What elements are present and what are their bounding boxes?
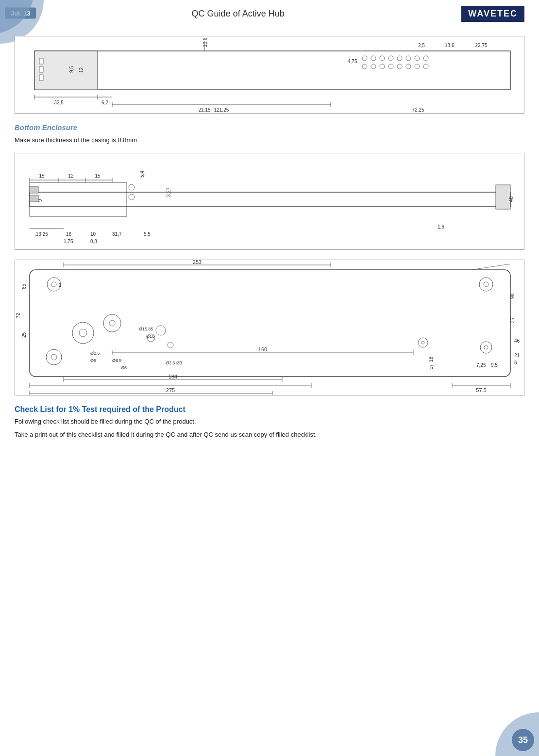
svg-point-12 <box>415 56 420 61</box>
svg-text:Ø6: Ø6 <box>121 365 127 370</box>
svg-point-86 <box>156 326 166 335</box>
svg-point-20 <box>415 64 420 69</box>
svg-text:21: 21 <box>514 353 520 358</box>
svg-point-87 <box>168 342 173 348</box>
top-drawing: 32,5 6,2 10,6 121,25 21,15 22,75 72,25 9… <box>15 36 524 114</box>
svg-point-84 <box>109 320 115 326</box>
svg-point-78 <box>51 354 57 360</box>
svg-point-14 <box>362 64 367 69</box>
svg-text:15: 15 <box>95 173 101 179</box>
checklist-line1: Following check list should be filled du… <box>15 417 524 427</box>
date-badge: Jul. 13 <box>5 7 36 18</box>
svg-text:121,25: 121,25 <box>214 107 229 113</box>
svg-text:98: 98 <box>510 293 515 299</box>
svg-text:253: 253 <box>193 260 202 265</box>
svg-point-8 <box>380 56 385 61</box>
page-title: QC Guide of Active Hub <box>15 9 461 19</box>
svg-text:15: 15 <box>39 173 45 179</box>
svg-text:25: 25 <box>21 332 27 338</box>
svg-text:2,5: 2,5 <box>418 43 425 48</box>
svg-rect-1 <box>34 51 510 90</box>
svg-text:275: 275 <box>166 387 175 393</box>
svg-text:18: 18 <box>428 356 434 362</box>
svg-text:21,15: 21,15 <box>198 107 210 113</box>
svg-text:40: 40 <box>508 196 514 202</box>
svg-text:35: 35 <box>510 317 515 323</box>
svg-text:1,6: 1,6 <box>438 224 444 230</box>
svg-text:22,75: 22,75 <box>475 43 487 48</box>
bottom-enclosure-title: Bottom Enclosure <box>15 123 524 131</box>
svg-point-7 <box>371 56 376 61</box>
svg-text:5: 5 <box>430 365 433 370</box>
svg-text:10: 10 <box>90 231 96 237</box>
svg-point-9 <box>388 56 393 61</box>
svg-rect-3 <box>39 58 43 64</box>
svg-point-88 <box>418 338 428 347</box>
side-view-drawing: 15 12 15 5,4 3,27 40 9 .13,25 16 10 <box>15 153 524 250</box>
svg-text:72: 72 <box>16 312 21 318</box>
svg-text:31,7: 31,7 <box>112 231 122 237</box>
svg-text:46: 46 <box>514 338 520 344</box>
svg-text:Ø10: Ø10 <box>146 334 154 339</box>
svg-point-11 <box>406 56 411 61</box>
svg-point-81 <box>72 322 94 344</box>
svg-rect-2 <box>34 51 98 90</box>
svg-point-15 <box>371 64 376 69</box>
company-logo: WAVETEC <box>461 6 524 22</box>
svg-point-77 <box>46 349 62 365</box>
plan-view-svg: 253 184 160 275 233 57,5 <box>15 260 524 395</box>
svg-text:1,75: 1,75 <box>64 239 73 244</box>
svg-text:9,5: 9,5 <box>69 66 74 73</box>
svg-text:Ø2,5   Ø3: Ø2,5 Ø3 <box>166 361 182 365</box>
svg-text:6,2: 6,2 <box>101 100 108 105</box>
svg-text:184: 184 <box>168 374 177 379</box>
svg-rect-5 <box>39 75 43 81</box>
svg-text:9: 9 <box>37 199 43 202</box>
svg-point-89 <box>421 341 424 344</box>
svg-rect-43 <box>30 182 127 216</box>
svg-text:72,25: 72,25 <box>412 107 424 113</box>
svg-text:16: 16 <box>66 231 72 237</box>
svg-text:10,6: 10,6 <box>202 37 208 47</box>
svg-point-19 <box>406 64 411 69</box>
svg-point-83 <box>103 314 121 332</box>
svg-text:0,8: 0,8 <box>90 239 97 244</box>
svg-text:Ø8,5: Ø8,5 <box>112 358 122 363</box>
svg-rect-72 <box>30 270 510 377</box>
svg-text:4,75: 4,75 <box>348 59 357 64</box>
svg-point-46 <box>129 184 135 190</box>
cross-section-svg: 32,5 6,2 10,6 121,25 21,15 22,75 72,25 9… <box>15 36 524 114</box>
checklist-line2: Take a print out of this checklist and f… <box>15 430 524 440</box>
svg-rect-42 <box>30 192 510 207</box>
side-view-svg: 15 12 15 5,4 3,27 40 9 .13,25 16 10 <box>15 153 524 250</box>
svg-text:160: 160 <box>258 346 267 352</box>
checklist-title: Check List for 1% Test required of the P… <box>15 405 524 414</box>
svg-text:2: 2 <box>59 282 62 288</box>
svg-text:65: 65 <box>21 283 27 289</box>
svg-text:12: 12 <box>79 67 84 73</box>
svg-point-6 <box>362 56 367 61</box>
svg-text:Ø15,85: Ø15,85 <box>139 327 153 331</box>
svg-text:5,5: 5,5 <box>144 231 151 237</box>
svg-text:57,5: 57,5 <box>476 387 486 393</box>
svg-text:Ø5: Ø5 <box>90 358 96 363</box>
svg-text:Ø2,5: Ø2,5 <box>90 351 100 356</box>
svg-point-80 <box>484 345 488 349</box>
svg-point-13 <box>423 56 428 61</box>
svg-point-17 <box>388 64 393 69</box>
svg-text:9,5: 9,5 <box>491 362 498 368</box>
plan-view-drawing: 253 184 160 275 233 57,5 <box>15 260 524 395</box>
svg-text:.13,25: .13,25 <box>34 231 48 237</box>
svg-point-79 <box>480 342 492 353</box>
svg-text:32,5: 32,5 <box>54 100 64 105</box>
svg-text:13,6: 13,6 <box>445 43 455 48</box>
svg-text:3,27: 3,27 <box>166 187 171 197</box>
svg-point-74 <box>51 282 56 287</box>
bottom-enclosure-instruction: Make sure thickness of the casing is 0.8… <box>15 135 524 145</box>
svg-point-82 <box>79 329 87 337</box>
svg-text:6: 6 <box>514 360 517 365</box>
svg-point-21 <box>423 64 428 69</box>
svg-text:5,4: 5,4 <box>139 170 145 177</box>
svg-point-18 <box>397 64 402 69</box>
svg-point-47 <box>129 194 135 200</box>
